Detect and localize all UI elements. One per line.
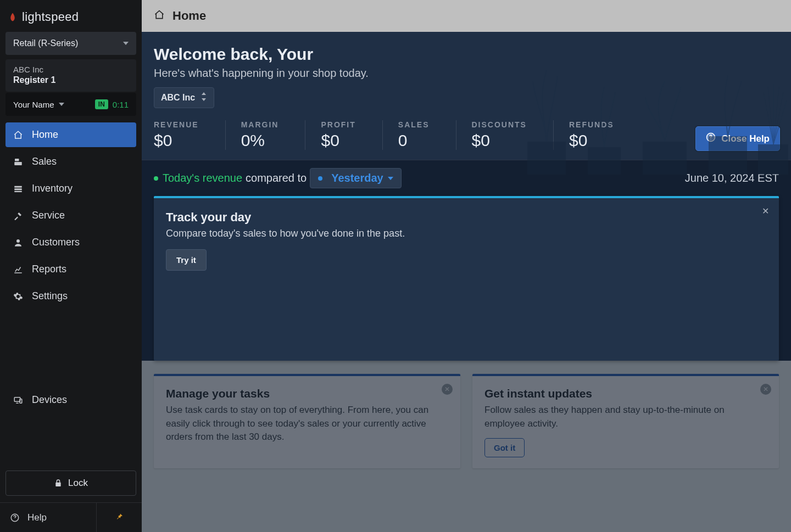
register-box[interactable]: ABC Inc Register 1 [5, 59, 136, 92]
nav-service[interactable]: Service [5, 203, 136, 228]
svg-rect-6 [14, 397, 20, 401]
clock-timer: 0:11 [113, 100, 129, 109]
welcome-heading: Welcome back, Your [154, 45, 779, 64]
compared-to-text: compared to [246, 172, 307, 184]
svg-rect-3 [14, 188, 22, 190]
compare-period-selector[interactable]: Yesterday [310, 168, 402, 188]
svg-rect-0 [15, 159, 19, 161]
shop-selector[interactable]: ABC Inc [154, 87, 214, 108]
manage-tasks-title: Manage your tasks [166, 387, 448, 400]
close-icon[interactable]: ✕ [442, 384, 453, 395]
task-cards-row: ✕ Manage your tasks Use task cards to st… [142, 374, 791, 480]
content: Welcome back, Your Here's what's happeni… [142, 32, 791, 532]
metric-label: REVENUE [154, 120, 199, 129]
nav-inventory[interactable]: Inventory [5, 176, 136, 201]
metric-label: PROFIT [321, 120, 355, 129]
close-icon[interactable]: ✕ [760, 384, 771, 395]
pin-button[interactable] [97, 503, 142, 532]
svg-rect-1 [14, 162, 22, 165]
lock-label: Lock [68, 478, 88, 489]
track-day-body: Compare today's sales to how you've done… [166, 228, 767, 239]
compare-date: June 10, 2024 EST [685, 172, 779, 184]
register-company: ABC Inc [13, 65, 129, 74]
help-circle-icon [706, 132, 716, 145]
product-switcher[interactable]: Retail (R-Series) [5, 32, 136, 55]
caret-down-icon [388, 177, 393, 180]
metric-label: REFUNDS [569, 120, 614, 129]
metric-value: $0 [472, 131, 527, 150]
instant-updates-card: ✕ Get instant updates Follow sales as th… [472, 374, 779, 468]
nav-customers-label: Customers [32, 237, 80, 248]
close-help-label: Close Help [721, 133, 770, 144]
shop-selector-label: ABC Inc [161, 93, 195, 103]
chart-icon [13, 265, 23, 275]
pin-icon [115, 512, 124, 523]
instant-updates-title: Get instant updates [484, 387, 767, 400]
metric-label: DISCOUNTS [472, 120, 527, 129]
help-icon [10, 513, 20, 523]
help-label: Help [27, 512, 47, 523]
user-row[interactable]: Your Name IN 0:11 [5, 93, 136, 116]
nav-sales-label: Sales [32, 156, 57, 167]
nav-reports[interactable]: Reports [5, 257, 136, 282]
register-name: Register 1 [13, 75, 129, 85]
metric-margin: MARGIN 0% [241, 120, 306, 150]
devices-icon [13, 395, 23, 405]
nav: Home Sales Inventory Service Customers [0, 122, 142, 465]
topbar: Home [142, 0, 791, 32]
nav-reports-label: Reports [32, 264, 66, 275]
metric-value: 0 [398, 131, 430, 150]
metric-value: $0 [569, 131, 614, 150]
metric-profit: PROFIT $0 [321, 120, 382, 150]
instant-updates-body: Follow sales as they happen and stay up-… [484, 404, 767, 430]
manage-tasks-card: ✕ Manage your tasks Use task cards to st… [154, 374, 460, 468]
nav-inventory-label: Inventory [32, 183, 73, 194]
metric-label: SALES [398, 120, 430, 129]
svg-point-5 [16, 239, 20, 243]
lock-button[interactable]: Lock [5, 471, 136, 496]
close-help-button[interactable]: Close Help [695, 126, 780, 151]
help-row: Help [0, 502, 142, 532]
nav-service-label: Service [32, 210, 65, 221]
svg-rect-7 [20, 399, 22, 403]
nav-settings-label: Settings [32, 290, 68, 302]
clock-in-badge: IN [95, 99, 108, 109]
lightspeed-logo-icon [8, 12, 18, 22]
cash-register-icon [13, 157, 23, 167]
metric-refunds: REFUNDS $0 [569, 120, 640, 150]
sidebar: lightspeed Retail (R-Series) ABC Inc Reg… [0, 0, 142, 532]
home-icon [13, 130, 23, 140]
nav-customers[interactable]: Customers [5, 230, 136, 255]
track-day-card: ✕ Track your day Compare today's sales t… [154, 196, 779, 361]
manage-tasks-body: Use task cards to stay on top of everyth… [166, 404, 448, 444]
gear-icon [13, 292, 23, 301]
main: Home [142, 0, 791, 532]
caret-down-icon [123, 42, 129, 45]
metric-revenue: REVENUE $0 [154, 120, 226, 150]
nav-devices[interactable]: Devices [5, 388, 136, 412]
metrics-row: REVENUE $0 MARGIN 0% PROFIT $0 SALES 0 [154, 120, 779, 150]
try-it-button[interactable]: Try it [166, 249, 207, 271]
caret-down-icon [59, 103, 64, 106]
nav-sales[interactable]: Sales [5, 149, 136, 174]
metric-label: MARGIN [241, 120, 279, 129]
metric-value: 0% [241, 131, 279, 150]
dot-green-icon [154, 176, 158, 181]
hammer-icon [13, 211, 23, 221]
user-icon [13, 238, 23, 248]
close-icon[interactable]: ✕ [762, 206, 769, 216]
svg-rect-2 [14, 186, 22, 187]
user-name: Your Name [13, 100, 54, 109]
help-button[interactable]: Help [0, 503, 97, 532]
got-it-button[interactable]: Got it [484, 438, 525, 457]
compare-period-label: Yesterday [331, 172, 383, 184]
nav-devices-label: Devices [32, 394, 67, 406]
metric-sales: SALES 0 [398, 120, 456, 150]
track-day-title: Track your day [166, 210, 767, 225]
nav-settings[interactable]: Settings [5, 284, 136, 309]
metric-value: $0 [321, 131, 355, 150]
welcome-subtitle: Here's what's happening in your shop tod… [154, 67, 779, 80]
page-title: Home [172, 9, 206, 23]
brand-text: lightspeed [22, 10, 79, 24]
nav-home[interactable]: Home [5, 122, 136, 147]
